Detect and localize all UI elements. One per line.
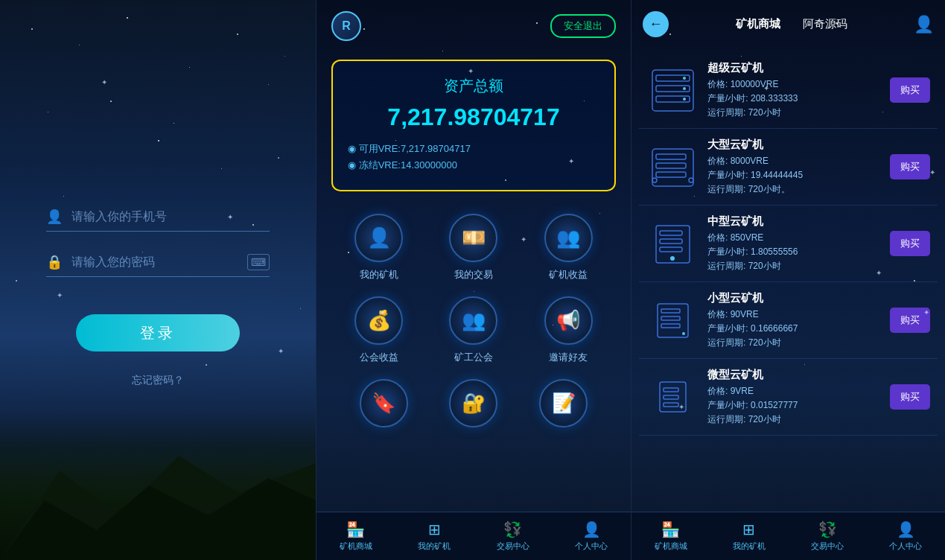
shop-nav-exchange-icon: 💱 (818, 521, 837, 538)
shop-nav-shop-label: 矿机商城 (655, 541, 687, 552)
nav-shop-icon: 🏪 (346, 521, 365, 538)
phone-input[interactable] (71, 210, 270, 223)
login-panel: ✦ ✦ ✦ ✦ 👤 🔒 ⌨ 登录 忘记密码？ (0, 0, 316, 560)
nav-miner-label: 我的矿机 (418, 541, 451, 552)
login-button[interactable]: 登录 (76, 314, 240, 351)
dashboard-bottom-nav: 🏪 矿机商城 ⊞ 我的矿机 💱 交易中心 👤 个人中心 (316, 512, 631, 560)
nav-shop[interactable]: 🏪 矿机商城 (340, 521, 372, 552)
shop-nav-profile[interactable]: 👤 个人中心 (889, 521, 922, 552)
password-field-container: 🔒 ⌨ (46, 254, 270, 277)
shop-bottom-nav: 🏪 矿机商城 ⊞ 我的矿机 💱 交易中心 👤 个人中心 (631, 512, 945, 560)
password-input[interactable] (71, 255, 247, 269)
mountain-background (0, 411, 316, 560)
shop-nav-shop-icon: 🏪 (661, 521, 680, 538)
shop-nav-exchange-label: 交易中心 (811, 541, 844, 552)
shop-stars: ✦ ✦ ✦ ✦ ✦ (631, 0, 945, 560)
shop-nav-profile-icon: 👤 (897, 521, 915, 538)
keyboard-icon[interactable]: ⌨ (247, 254, 270, 270)
dashboard-panel: ✦ ✦ ✦ ✦ R 安全退出 资产总额 7,217.98704717 可用VRE… (316, 0, 631, 560)
nav-profile-label: 个人中心 (575, 541, 608, 552)
shop-nav-miner[interactable]: ⊞ 我的矿机 (733, 521, 766, 552)
forgot-password-link[interactable]: 忘记密码？ (132, 374, 184, 387)
nav-profile-icon: 👤 (582, 521, 601, 538)
lock-icon: 🔒 (46, 254, 63, 270)
phone-field-container: 👤 (46, 209, 270, 232)
person-icon: 👤 (46, 209, 63, 225)
login-form: 👤 🔒 ⌨ 登录 忘记密码？ (0, 0, 316, 387)
nav-exchange-icon: 💱 (503, 521, 522, 538)
nav-shop-label: 矿机商城 (340, 541, 372, 552)
dashboard-stars: ✦ ✦ ✦ ✦ (316, 0, 631, 560)
shop-nav-shop[interactable]: 🏪 矿机商城 (655, 521, 687, 552)
nav-exchange-label: 交易中心 (497, 541, 529, 552)
nav-miner-icon: ⊞ (428, 521, 441, 538)
nav-profile[interactable]: 👤 个人中心 (575, 521, 608, 552)
nav-my-miner[interactable]: ⊞ 我的矿机 (418, 521, 451, 552)
shop-nav-exchange[interactable]: 💱 交易中心 (811, 521, 844, 552)
shop-nav-miner-label: 我的矿机 (733, 541, 766, 552)
shop-panel: ✦ ✦ ✦ ✦ ✦ ← 矿机商城 阿奇源码 👤 (631, 0, 945, 560)
shop-nav-profile-label: 个人中心 (889, 541, 922, 552)
shop-nav-miner-icon: ⊞ (742, 521, 755, 538)
nav-exchange[interactable]: 💱 交易中心 (497, 521, 529, 552)
